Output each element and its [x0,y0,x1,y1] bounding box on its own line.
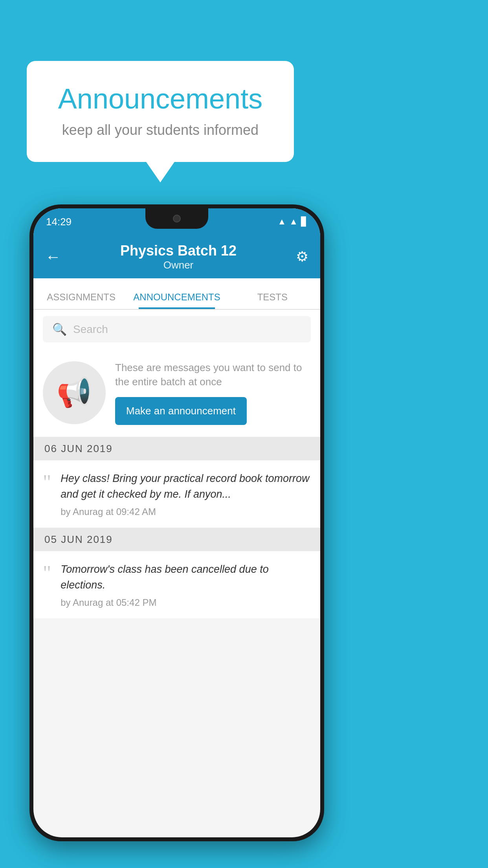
status-bar: 14:29 ▲ ▲ ▊ [33,208,320,235]
search-container: 🔍 Search [33,310,320,349]
bubble-subtitle: keep all your students informed [50,122,270,138]
promo-section: 📢 These are messages you want to send to… [33,349,320,437]
app-bar-subtitle: Owner [120,259,237,271]
megaphone-icon: 📢 [57,376,92,409]
announcement-text-2: Tomorrow's class has been cancelled due … [61,561,311,593]
notch [145,208,208,229]
bubble-title: Announcements [50,83,270,115]
announcement-content-1: Hey class! Bring your practical record b… [61,471,311,517]
date-separator-2: 05 JUN 2019 [33,528,320,551]
promo-icon-circle: 📢 [43,361,106,424]
quote-icon-2: " [43,563,51,583]
announcement-text-1: Hey class! Bring your practical record b… [61,471,311,502]
announcement-item-1[interactable]: " Hey class! Bring your practical record… [33,460,320,528]
camera [173,215,181,223]
battery-icon: ▊ [301,217,308,227]
promo-right: These are messages you want to send to t… [115,360,311,425]
tab-assignments[interactable]: ASSIGNMENTS [33,292,129,309]
promo-description: These are messages you want to send to t… [115,360,311,389]
search-bar[interactable]: 🔍 Search [43,316,311,342]
quote-icon-1: " [43,472,51,493]
tab-tests[interactable]: TESTS [225,292,320,309]
tab-bar: ASSIGNMENTS ANNOUNCEMENTS TESTS [33,278,320,310]
date-separator-1: 06 JUN 2019 [33,437,320,460]
time-display: 14:29 [46,216,72,228]
make-announcement-button[interactable]: Make an announcement [115,397,247,425]
phone-frame: 14:29 ▲ ▲ ▊ ← Physics Batch 12 Owner ⚙ A… [29,204,324,841]
signal-icon: ▲ [289,217,298,227]
search-placeholder: Search [73,323,108,336]
app-bar-center: Physics Batch 12 Owner [120,243,237,271]
announcement-item-2[interactable]: " Tomorrow's class has been cancelled du… [33,551,320,618]
phone-screen: 14:29 ▲ ▲ ▊ ← Physics Batch 12 Owner ⚙ A… [33,208,320,837]
announcement-meta-1: by Anurag at 09:42 AM [61,506,311,517]
wifi-icon: ▲ [277,217,286,227]
settings-button[interactable]: ⚙ [296,248,308,265]
status-icons: ▲ ▲ ▊ [277,217,308,227]
speech-bubble-container: Announcements keep all your students inf… [27,61,294,162]
speech-bubble: Announcements keep all your students inf… [27,61,294,162]
app-bar-title: Physics Batch 12 [120,243,237,259]
search-icon: 🔍 [52,322,67,336]
announcement-content-2: Tomorrow's class has been cancelled due … [61,561,311,608]
back-button[interactable]: ← [45,248,61,266]
app-bar: ← Physics Batch 12 Owner ⚙ [33,235,320,278]
tab-announcements[interactable]: ANNOUNCEMENTS [129,292,224,309]
announcement-meta-2: by Anurag at 05:42 PM [61,597,311,608]
